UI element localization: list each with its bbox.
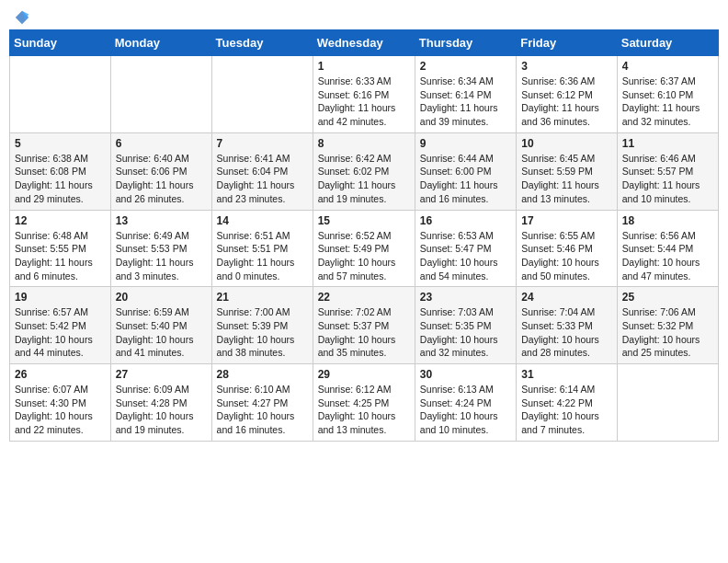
day-info: Sunrise: 6:45 AM Sunset: 5:59 PM Dayligh… bbox=[521, 152, 612, 206]
calendar-cell bbox=[617, 364, 718, 442]
calendar-cell: 7Sunrise: 6:41 AM Sunset: 6:04 PM Daylig… bbox=[211, 132, 313, 210]
day-info: Sunrise: 6:42 AM Sunset: 6:02 PM Dayligh… bbox=[318, 152, 410, 206]
day-info: Sunrise: 6:09 AM Sunset: 4:28 PM Dayligh… bbox=[116, 383, 207, 437]
day-number: 17 bbox=[521, 214, 612, 227]
day-number: 19 bbox=[15, 291, 106, 304]
day-number: 9 bbox=[420, 137, 511, 150]
day-info: Sunrise: 6:44 AM Sunset: 6:00 PM Dayligh… bbox=[420, 152, 511, 206]
day-number: 6 bbox=[116, 137, 207, 150]
calendar-cell: 29Sunrise: 6:12 AM Sunset: 4:25 PM Dayli… bbox=[313, 364, 415, 442]
day-number: 3 bbox=[521, 60, 612, 73]
calendar-cell: 16Sunrise: 6:53 AM Sunset: 5:47 PM Dayli… bbox=[415, 210, 516, 287]
day-number: 12 bbox=[15, 214, 106, 227]
day-number: 20 bbox=[116, 291, 207, 304]
day-info: Sunrise: 6:46 AM Sunset: 5:57 PM Dayligh… bbox=[622, 152, 713, 206]
day-number: 22 bbox=[318, 291, 410, 304]
calendar-cell bbox=[10, 56, 111, 133]
day-info: Sunrise: 6:41 AM Sunset: 6:04 PM Dayligh… bbox=[217, 152, 308, 206]
day-info: Sunrise: 6:40 AM Sunset: 6:06 PM Dayligh… bbox=[116, 152, 207, 206]
calendar-cell: 19Sunrise: 6:57 AM Sunset: 5:42 PM Dayli… bbox=[10, 287, 111, 364]
calendar-cell: 11Sunrise: 6:46 AM Sunset: 5:57 PM Dayli… bbox=[617, 132, 718, 210]
day-number: 13 bbox=[116, 214, 207, 227]
calendar-cell: 31Sunrise: 6:14 AM Sunset: 4:22 PM Dayli… bbox=[517, 364, 618, 442]
calendar-header-row: SundayMondayTuesdayWednesdayThursdayFrid… bbox=[10, 30, 719, 56]
day-info: Sunrise: 6:10 AM Sunset: 4:27 PM Dayligh… bbox=[217, 383, 308, 437]
weekday-header-sunday: Sunday bbox=[10, 30, 111, 56]
day-info: Sunrise: 6:57 AM Sunset: 5:42 PM Dayligh… bbox=[15, 305, 106, 360]
day-info: Sunrise: 6:13 AM Sunset: 4:24 PM Dayligh… bbox=[420, 383, 511, 437]
day-number: 8 bbox=[318, 137, 410, 150]
day-info: Sunrise: 6:12 AM Sunset: 4:25 PM Dayligh… bbox=[318, 383, 410, 437]
day-number: 1 bbox=[318, 60, 410, 73]
day-info: Sunrise: 6:59 AM Sunset: 5:40 PM Dayligh… bbox=[116, 305, 207, 360]
day-info: Sunrise: 6:55 AM Sunset: 5:46 PM Dayligh… bbox=[521, 229, 612, 283]
weekday-header-thursday: Thursday bbox=[415, 30, 516, 56]
day-number: 26 bbox=[15, 368, 106, 381]
calendar-cell: 18Sunrise: 6:56 AM Sunset: 5:44 PM Dayli… bbox=[617, 210, 718, 287]
calendar-cell bbox=[110, 56, 211, 133]
day-info: Sunrise: 7:00 AM Sunset: 5:39 PM Dayligh… bbox=[217, 305, 308, 360]
day-info: Sunrise: 6:36 AM Sunset: 6:12 PM Dayligh… bbox=[521, 75, 612, 129]
calendar-cell: 21Sunrise: 7:00 AM Sunset: 5:39 PM Dayli… bbox=[211, 287, 313, 364]
calendar-cell: 14Sunrise: 6:51 AM Sunset: 5:51 PM Dayli… bbox=[211, 210, 313, 287]
calendar-cell: 27Sunrise: 6:09 AM Sunset: 4:28 PM Dayli… bbox=[110, 364, 211, 442]
day-info: Sunrise: 6:34 AM Sunset: 6:14 PM Dayligh… bbox=[420, 75, 511, 129]
calendar-cell: 30Sunrise: 6:13 AM Sunset: 4:24 PM Dayli… bbox=[415, 364, 516, 442]
logo bbox=[13, 9, 30, 22]
calendar-cell: 2Sunrise: 6:34 AM Sunset: 6:14 PM Daylig… bbox=[415, 56, 516, 133]
day-info: Sunrise: 6:33 AM Sunset: 6:16 PM Dayligh… bbox=[318, 75, 410, 129]
day-number: 23 bbox=[420, 291, 511, 304]
calendar-cell: 9Sunrise: 6:44 AM Sunset: 6:00 PM Daylig… bbox=[415, 132, 516, 210]
day-info: Sunrise: 6:38 AM Sunset: 6:08 PM Dayligh… bbox=[15, 152, 106, 206]
calendar-cell: 10Sunrise: 6:45 AM Sunset: 5:59 PM Dayli… bbox=[517, 132, 618, 210]
day-info: Sunrise: 6:53 AM Sunset: 5:47 PM Dayligh… bbox=[420, 229, 511, 283]
day-number: 4 bbox=[622, 60, 713, 73]
day-number: 18 bbox=[622, 214, 713, 227]
day-number: 10 bbox=[521, 137, 612, 150]
day-info: Sunrise: 6:07 AM Sunset: 4:30 PM Dayligh… bbox=[15, 383, 106, 437]
day-number: 11 bbox=[622, 137, 713, 150]
calendar-cell: 26Sunrise: 6:07 AM Sunset: 4:30 PM Dayli… bbox=[10, 364, 111, 442]
day-number: 7 bbox=[217, 137, 308, 150]
day-number: 2 bbox=[420, 60, 511, 73]
day-info: Sunrise: 7:06 AM Sunset: 5:32 PM Dayligh… bbox=[622, 305, 713, 360]
day-info: Sunrise: 7:04 AM Sunset: 5:33 PM Dayligh… bbox=[521, 305, 612, 360]
weekday-header-monday: Monday bbox=[110, 30, 211, 56]
weekday-header-friday: Friday bbox=[517, 30, 618, 56]
calendar-cell: 13Sunrise: 6:49 AM Sunset: 5:53 PM Dayli… bbox=[110, 210, 211, 287]
day-number: 30 bbox=[420, 368, 511, 381]
day-number: 29 bbox=[318, 368, 410, 381]
calendar-week-row: 12Sunrise: 6:48 AM Sunset: 5:55 PM Dayli… bbox=[10, 210, 719, 287]
calendar-cell: 8Sunrise: 6:42 AM Sunset: 6:02 PM Daylig… bbox=[313, 132, 415, 210]
day-info: Sunrise: 6:52 AM Sunset: 5:49 PM Dayligh… bbox=[318, 229, 410, 283]
calendar-cell: 6Sunrise: 6:40 AM Sunset: 6:06 PM Daylig… bbox=[110, 132, 211, 210]
calendar-cell: 12Sunrise: 6:48 AM Sunset: 5:55 PM Dayli… bbox=[10, 210, 111, 287]
day-info: Sunrise: 6:49 AM Sunset: 5:53 PM Dayligh… bbox=[116, 229, 207, 283]
calendar-week-row: 5Sunrise: 6:38 AM Sunset: 6:08 PM Daylig… bbox=[10, 132, 719, 210]
day-number: 5 bbox=[15, 137, 106, 150]
day-number: 25 bbox=[622, 291, 713, 304]
day-info: Sunrise: 7:03 AM Sunset: 5:35 PM Dayligh… bbox=[420, 305, 511, 360]
calendar-cell: 15Sunrise: 6:52 AM Sunset: 5:49 PM Dayli… bbox=[313, 210, 415, 287]
calendar-cell: 5Sunrise: 6:38 AM Sunset: 6:08 PM Daylig… bbox=[10, 132, 111, 210]
day-info: Sunrise: 6:51 AM Sunset: 5:51 PM Dayligh… bbox=[217, 229, 308, 283]
page-header bbox=[9, 9, 719, 22]
calendar-cell: 17Sunrise: 6:55 AM Sunset: 5:46 PM Dayli… bbox=[517, 210, 618, 287]
day-number: 28 bbox=[217, 368, 308, 381]
calendar-cell: 3Sunrise: 6:36 AM Sunset: 6:12 PM Daylig… bbox=[517, 56, 618, 133]
weekday-header-saturday: Saturday bbox=[617, 30, 718, 56]
calendar-week-row: 26Sunrise: 6:07 AM Sunset: 4:30 PM Dayli… bbox=[10, 364, 719, 442]
calendar-cell bbox=[211, 56, 313, 133]
calendar-cell: 4Sunrise: 6:37 AM Sunset: 6:10 PM Daylig… bbox=[617, 56, 718, 133]
day-number: 16 bbox=[420, 214, 511, 227]
calendar-cell: 1Sunrise: 6:33 AM Sunset: 6:16 PM Daylig… bbox=[313, 56, 415, 133]
day-info: Sunrise: 6:48 AM Sunset: 5:55 PM Dayligh… bbox=[15, 229, 106, 283]
calendar-cell: 25Sunrise: 7:06 AM Sunset: 5:32 PM Dayli… bbox=[617, 287, 718, 364]
calendar-cell: 22Sunrise: 7:02 AM Sunset: 5:37 PM Dayli… bbox=[313, 287, 415, 364]
day-number: 21 bbox=[217, 291, 308, 304]
day-info: Sunrise: 6:56 AM Sunset: 5:44 PM Dayligh… bbox=[622, 229, 713, 283]
calendar-week-row: 1Sunrise: 6:33 AM Sunset: 6:16 PM Daylig… bbox=[10, 56, 719, 133]
day-number: 14 bbox=[217, 214, 308, 227]
day-number: 31 bbox=[521, 368, 612, 381]
weekday-header-wednesday: Wednesday bbox=[313, 30, 415, 56]
